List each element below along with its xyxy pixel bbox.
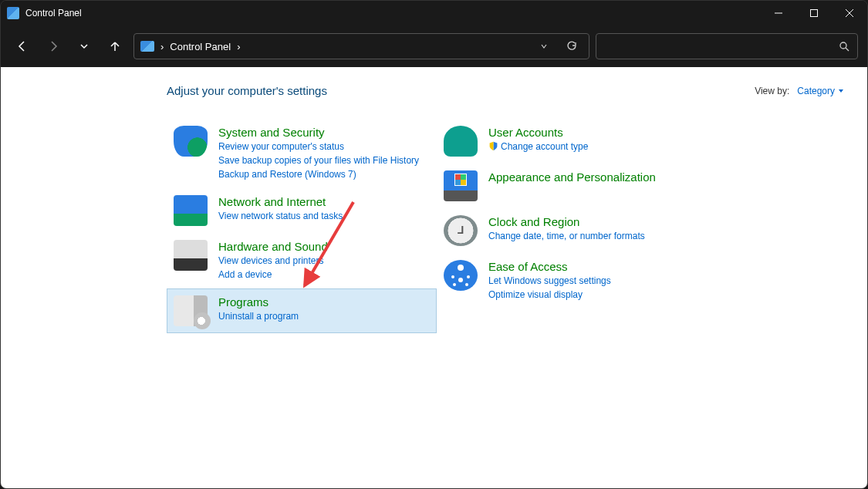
category-link[interactable]: Let Windows suggest settings <box>488 274 700 288</box>
category-link[interactable]: Uninstall a program <box>218 309 430 323</box>
titlebar: Control Panel <box>1 1 867 25</box>
back-button[interactable] <box>10 34 35 59</box>
category-link[interactable]: View devices and printers <box>218 254 430 268</box>
category-title[interactable]: Programs <box>218 295 430 309</box>
category-link[interactable]: View network status and tasks <box>218 209 430 223</box>
right-column: User Accounts Change account type Appear… <box>437 119 707 333</box>
category-system-and-security[interactable]: System and Security Review your computer… <box>167 119 437 188</box>
navbar: › Control Panel › <box>1 25 867 67</box>
maximize-button[interactable] <box>796 1 832 25</box>
hardware-icon <box>174 240 208 271</box>
search-bar[interactable] <box>596 33 858 59</box>
ease-of-access-icon <box>444 260 478 291</box>
breadcrumb-sep: › <box>160 41 164 52</box>
up-button[interactable] <box>103 34 127 59</box>
category-link[interactable]: Optimize visual display <box>488 288 700 302</box>
svg-rect-1 <box>811 10 818 17</box>
category-title[interactable]: User Accounts <box>488 126 700 139</box>
address-dropdown-button[interactable] <box>533 35 555 57</box>
category-title[interactable]: Clock and Region <box>488 215 700 228</box>
category-hardware-and-sound[interactable]: Hardware and Sound View devices and prin… <box>167 233 437 288</box>
programs-icon <box>174 295 208 326</box>
svg-point-4 <box>840 42 846 49</box>
minimize-button[interactable] <box>761 1 796 25</box>
system-security-icon <box>174 126 208 157</box>
svg-line-5 <box>846 48 849 51</box>
forward-button[interactable] <box>41 34 66 59</box>
content-area: Adjust your computer's settings View by:… <box>1 67 867 489</box>
category-link[interactable]: Change account type <box>488 140 700 153</box>
clock-icon <box>444 215 478 246</box>
window-title: Control Panel <box>25 8 82 19</box>
viewby-dropdown[interactable]: Category <box>797 86 844 96</box>
category-title[interactable]: Hardware and Sound <box>218 240 430 253</box>
category-clock-and-region[interactable]: Clock and Region Change date, time, or n… <box>437 208 707 253</box>
category-title[interactable]: Appearance and Personalization <box>488 170 700 184</box>
category-link[interactable]: Add a device <box>218 268 430 282</box>
appearance-icon <box>444 170 478 201</box>
network-icon <box>174 195 208 226</box>
category-ease-of-access[interactable]: Ease of Access Let Windows suggest setti… <box>437 253 707 309</box>
viewby-label: View by: <box>755 86 789 96</box>
category-title[interactable]: Network and Internet <box>218 195 430 208</box>
category-network-and-internet[interactable]: Network and Internet View network status… <box>167 188 437 233</box>
uac-shield-icon <box>488 141 498 151</box>
category-link[interactable]: Save backup copies of your files with Fi… <box>218 153 430 167</box>
address-bar[interactable]: › Control Panel › <box>133 33 589 59</box>
user-accounts-icon <box>444 126 478 157</box>
control-panel-icon <box>7 7 19 19</box>
category-link[interactable]: Review your computer's status <box>218 140 430 153</box>
category-link[interactable]: Backup and Restore (Windows 7) <box>218 167 430 181</box>
category-title[interactable]: Ease of Access <box>488 260 700 273</box>
category-user-accounts[interactable]: User Accounts Change account type <box>437 119 707 164</box>
category-link[interactable]: Change date, time, or number formats <box>488 229 700 243</box>
left-column: System and Security Review your computer… <box>167 119 437 333</box>
address-icon <box>140 41 154 52</box>
viewby-value-text: Category <box>797 86 835 96</box>
category-appearance-and-personalization[interactable]: Appearance and Personalization <box>437 164 707 208</box>
chevron-down-icon <box>838 88 844 94</box>
recent-locations-button[interactable] <box>72 34 96 59</box>
category-programs[interactable]: Programs Uninstall a program <box>167 288 437 333</box>
breadcrumb-root[interactable]: Control Panel <box>170 41 231 52</box>
search-icon <box>839 41 849 52</box>
page-heading: Adjust your computer's settings <box>167 84 327 97</box>
close-button[interactable] <box>832 1 867 25</box>
breadcrumb-sep: › <box>237 41 240 52</box>
refresh-button[interactable] <box>561 35 583 57</box>
category-title[interactable]: System and Security <box>218 126 430 139</box>
